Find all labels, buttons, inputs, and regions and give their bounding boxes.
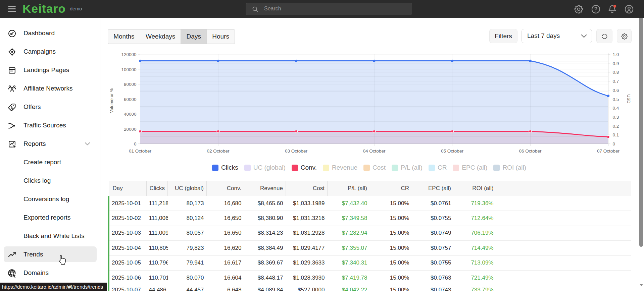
svg-text:0.3: 0.3 [613,115,619,120]
svg-text:01 October: 01 October [129,149,151,154]
svg-text:120000: 120000 [121,52,136,57]
svg-text:60000: 60000 [124,97,137,102]
svg-text:0.9: 0.9 [613,61,619,66]
svg-text:0.8: 0.8 [613,70,619,75]
svg-text:0.4: 0.4 [613,106,619,111]
svg-text:40000: 40000 [124,112,137,117]
svg-text:06 October: 06 October [519,149,542,154]
svg-text:80000: 80000 [124,82,137,87]
svg-text:100000: 100000 [121,67,136,72]
svg-text:USD: USD [626,94,631,103]
svg-text:0.5: 0.5 [613,97,619,102]
svg-text:Volume or %: Volume or % [109,88,114,113]
svg-text:20000: 20000 [124,127,137,132]
svg-text:03 October: 03 October [285,149,307,154]
svg-text:0.2: 0.2 [613,124,619,129]
svg-text:04 October: 04 October [363,149,386,154]
svg-text:0: 0 [613,141,615,147]
svg-text:0.1: 0.1 [613,132,619,137]
svg-text:1.0: 1.0 [613,52,619,57]
svg-text:07 October: 07 October [597,149,620,154]
svg-text:05 October: 05 October [441,149,463,154]
svg-text:0.6: 0.6 [613,88,619,93]
svg-text:0: 0 [134,141,137,147]
svg-text:0.7: 0.7 [613,79,619,84]
svg-text:02 October: 02 October [207,149,230,154]
